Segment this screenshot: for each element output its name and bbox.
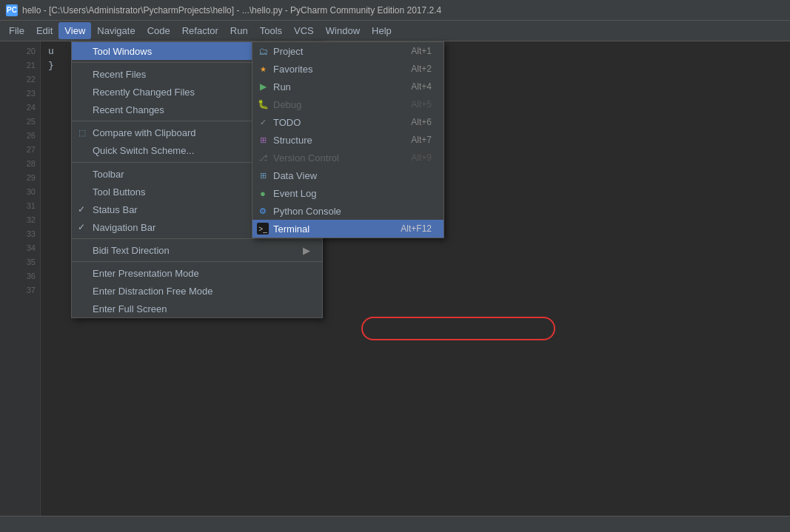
status-bar-label: Status Bar — [93, 204, 138, 215]
python-console-icon: ⚙ — [257, 205, 269, 217]
compare-icon: ⬚ — [76, 127, 88, 138]
menu-edit[interactable]: Edit — [30, 22, 58, 39]
navigation-bar-label: Navigation Bar — [93, 222, 155, 233]
python-console-label: Python Console — [273, 206, 341, 217]
version-control-label: Version Control — [273, 152, 339, 164]
title-text: hello - [C:\Users\Administrator\PycharmP… — [22, 5, 441, 16]
event-log-icon: ● — [257, 187, 269, 199]
todo-icon: ✓ — [257, 116, 269, 128]
tool-buttons-label: Tool Buttons — [93, 186, 146, 198]
event-log-label: Event Log — [273, 188, 317, 199]
bidi-text-label: Bidi Text Direction — [93, 245, 170, 256]
submenu-item-data-view[interactable]: ⊞ Data View — [252, 166, 443, 184]
structure-icon: ⊞ — [257, 134, 269, 146]
version-control-shortcut: Alt+9 — [396, 152, 432, 163]
menu-item-bidi-text[interactable]: Bidi Text Direction ▶ — [72, 241, 322, 259]
toolbar-label: Toolbar — [93, 169, 124, 180]
project-shortcut: Alt+1 — [396, 46, 432, 56]
terminal-shortcut: Alt+F12 — [386, 223, 432, 234]
app-icon: PC — [6, 4, 18, 16]
recent-files-label: Recent Files — [93, 69, 146, 80]
structure-shortcut: Alt+7 — [396, 135, 432, 145]
presentation-mode-label: Enter Presentation Mode — [93, 268, 199, 279]
recently-changed-label: Recently Changed Files — [93, 87, 195, 98]
todo-shortcut: Alt+6 — [396, 117, 432, 127]
run-label: Run — [273, 81, 291, 92]
submenu-item-run[interactable]: ▶ Run Alt+4 — [252, 78, 443, 95]
submenu-item-debug[interactable]: 🐛 Debug Alt+5 — [252, 95, 443, 113]
data-view-icon: ⊞ — [257, 169, 269, 181]
version-control-icon: ⎇ — [257, 152, 269, 164]
navigation-bar-checkmark: ✓ — [78, 222, 85, 232]
menu-item-presentation-mode[interactable]: Enter Presentation Mode — [72, 264, 322, 282]
menu-navigate[interactable]: Navigate — [91, 22, 141, 39]
menu-vcs[interactable]: VCS — [288, 22, 320, 39]
tool-windows-label: Tool Windows — [93, 46, 152, 57]
menu-item-full-screen[interactable]: Enter Full Screen — [72, 300, 322, 317]
terminal-icon: >_ — [257, 223, 269, 235]
terminal-label: Terminal — [273, 223, 309, 235]
menu-refactor[interactable]: Refactor — [176, 22, 224, 39]
data-view-label: Data View — [273, 170, 317, 181]
status-bar-checkmark: ✓ — [78, 204, 85, 215]
menu-tools[interactable]: Tools — [254, 22, 288, 39]
todo-label: TODO — [273, 117, 301, 128]
menu-file[interactable]: File — [3, 22, 30, 39]
line-numbers: 2021222324 2526272829 3031323334 353637 — [0, 41, 41, 516]
submenu-item-version-control[interactable]: ⎇ Version Control Alt+9 — [252, 149, 443, 166]
bidi-arrow-icon: ▶ — [303, 245, 310, 256]
debug-label: Debug — [273, 99, 301, 110]
submenu-item-structure[interactable]: ⊞ Structure Alt+7 — [252, 131, 443, 149]
favorites-shortcut: Alt+2 — [396, 64, 432, 74]
compare-clipboard-label: Compare with Clipboard — [93, 127, 195, 138]
debug-icon: 🐛 — [257, 98, 269, 110]
menu-view[interactable]: View — [58, 22, 91, 39]
submenu-item-terminal[interactable]: >_ Terminal Alt+F12 — [252, 220, 443, 238]
project-label: Project — [273, 46, 303, 57]
menu-bar: File Edit View Navigate Code Refactor Ru… — [0, 21, 790, 41]
run-icon: ▶ — [257, 81, 269, 92]
submenu-item-favorites[interactable]: ★ Favorites Alt+2 — [252, 60, 443, 78]
distraction-free-label: Enter Distraction Free Mode — [93, 286, 213, 297]
recent-changes-label: Recent Changes — [93, 104, 164, 115]
run-shortcut: Alt+4 — [396, 81, 432, 92]
separator — [72, 261, 322, 262]
menu-run[interactable]: Run — [224, 22, 254, 39]
separator — [72, 238, 322, 239]
status-bar — [0, 516, 790, 532]
favorites-icon: ★ — [257, 63, 269, 75]
menu-help[interactable]: Help — [366, 22, 398, 39]
structure-label: Structure — [273, 135, 312, 146]
submenu-item-project[interactable]: 🗂 Project Alt+1 — [252, 42, 443, 60]
submenu-item-event-log[interactable]: ● Event Log — [252, 184, 443, 202]
tool-windows-submenu[interactable]: 🗂 Project Alt+1 ★ Favorites Alt+2 ▶ Run … — [252, 41, 444, 238]
submenu-item-todo[interactable]: ✓ TODO Alt+6 — [252, 113, 443, 131]
full-screen-label: Enter Full Screen — [93, 303, 167, 314]
menu-code[interactable]: Code — [141, 22, 176, 39]
quick-switch-label: Quick Switch Scheme... — [93, 145, 194, 156]
title-bar: PC hello - [C:\Users\Administrator\Pycha… — [0, 0, 790, 21]
menu-item-distraction-free[interactable]: Enter Distraction Free Mode — [72, 282, 322, 300]
debug-shortcut: Alt+5 — [396, 99, 432, 110]
project-icon: 🗂 — [257, 45, 269, 57]
submenu-item-python-console[interactable]: ⚙ Python Console — [252, 202, 443, 220]
favorites-label: Favorites — [273, 64, 312, 75]
menu-window[interactable]: Window — [320, 22, 366, 39]
